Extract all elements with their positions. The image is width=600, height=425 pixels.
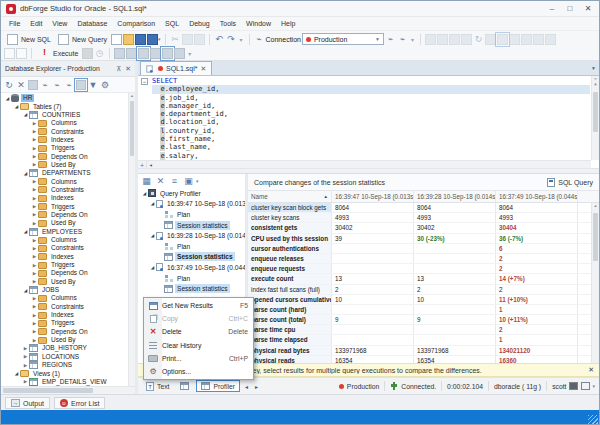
menu-item-print[interactable]: Print...Ctrl+P [144,352,253,365]
profiler-item-plan[interactable]: Plan [138,209,245,220]
menu-sql[interactable]: SQL [160,17,184,30]
tree-item-indexes[interactable]: ▶Indexes [1,136,135,144]
editor-vertical-scrollbar[interactable]: ═▲ [591,76,599,160]
new-query-button[interactable]: New Query [55,33,110,46]
footer-tab-text[interactable]: TText [142,381,173,392]
menu-help[interactable]: Help [276,17,300,30]
document-outline-icon[interactable] [485,34,496,45]
refresh-icon[interactable]: ↻ [4,80,14,90]
splitter-plus-icon[interactable]: + [138,161,147,169]
twisty-expanded-icon[interactable]: ◢ [149,233,156,238]
tree-item-countries[interactable]: ◢COUNTRIES [1,111,135,119]
menu-edit[interactable]: Edit [25,17,47,30]
tree-item-used-by[interactable]: ▶Used By [1,161,135,169]
twisty-collapsed-icon[interactable]: ▶ [22,346,29,351]
redo-icon[interactable]: ↷ [226,34,237,45]
close-button[interactable]: ✕ [582,4,594,13]
stats-row-cpu-used-by-this-session[interactable]: CPU used by this session3930 (-23%)36 (-… [248,234,599,244]
results-layout-icon[interactable] [174,48,185,59]
twisty-collapsed-icon[interactable]: ▶ [22,354,29,359]
profiler-view-dropdown-icon[interactable]: ▾ [196,178,199,184]
sql-query-button[interactable]: SQL Query [547,178,593,187]
get-new-results-icon[interactable]: ▦ [141,176,152,187]
indent-icon[interactable] [509,34,520,45]
open-script-icon[interactable] [4,48,15,59]
stats-row-index-fast-full-scans-full[interactable]: index fast full scans (full)222 [248,285,599,295]
twisty-collapsed-icon[interactable]: ▶ [31,296,38,301]
twisty-expanded-icon[interactable]: ◢ [149,265,156,270]
tree-item-columns[interactable]: ▶Columns [1,177,135,185]
tree-item-indexes[interactable]: ▶Indexes [1,194,135,202]
save-script-icon[interactable] [16,48,27,59]
tree-item-used-by[interactable]: ▶Used By [1,336,135,344]
tree-item-jobs[interactable]: ◢JOBS [1,286,135,294]
twisty-collapsed-icon[interactable]: ▶ [22,363,29,368]
twisty-collapsed-icon[interactable]: ▶ [31,338,38,343]
twisty-collapsed-icon[interactable]: ▶ [31,204,38,209]
tree-item-regions[interactable]: ▶REGIONS [1,361,135,369]
tree-item-indexes[interactable]: ▶Indexes [1,311,135,319]
status-dropdown-icon[interactable]: ▾ [592,383,595,389]
tree-item-depends-on[interactable]: ▶Depends On [1,152,135,160]
menu-file[interactable]: File [4,17,25,30]
menu-comparison[interactable]: Comparison [112,17,160,30]
execute-button[interactable]: !Execute [36,47,81,60]
view-options-icon[interactable]: ▣ [183,176,194,187]
layout-horizontal-icon[interactable] [569,382,578,390]
twisty-collapsed-icon[interactable]: ▶ [31,271,38,276]
comment-icon[interactable] [533,34,544,45]
stats-row-cluster-key-scans[interactable]: cluster key scans499349934993 [248,213,599,223]
stats-row-opened-cursors-cumulative[interactable]: opened cursors cumulative101011 (+10%) [248,295,599,305]
twisty-collapsed-icon[interactable]: ▶ [31,329,38,334]
paste-icon[interactable] [194,34,205,45]
twisty-collapsed-icon[interactable]: ▶ [31,196,38,201]
twisty-collapsed-icon[interactable]: ▶ [31,321,38,326]
column-header-run2[interactable]: 16:39:28 10-Sep-18 (0.014s) [414,191,496,202]
stats-row-parse-count-total[interactable]: parse count (total)9910 (+11%) [248,315,599,325]
tree-item-departments[interactable]: ◢DEPARTMENTS [1,169,135,177]
prev-result-icon[interactable]: ◂ [243,383,250,390]
twisty-collapsed-icon[interactable]: ▶ [31,238,38,243]
layout-vertical-icon[interactable] [581,382,590,390]
filter-icon[interactable]: ▼ [88,80,98,90]
twisty-collapsed-icon[interactable]: ▶ [22,379,29,384]
profiling-mode-icon[interactable] [138,48,149,59]
stats-row-enqueue-requests[interactable]: enqueue requests2 [248,264,599,274]
toolbar-overflow-icon[interactable]: ▾ [409,36,416,43]
copy-icon[interactable] [182,34,193,45]
twisty-collapsed-icon[interactable]: ▶ [31,212,38,217]
tab-list-dropdown-icon[interactable]: ▼ [591,65,596,71]
twisty-collapsed-icon[interactable]: ▶ [31,246,38,251]
tree-item-constraints[interactable]: ▶Constraints [1,303,135,311]
word-wrap-icon[interactable] [449,34,460,45]
twisty-collapsed-icon[interactable]: ▶ [31,221,38,226]
menu-item-get-new-results[interactable]: Get New ResultsF5 [144,299,253,312]
twisty-collapsed-icon[interactable]: ▶ [31,129,38,134]
open-folder-icon[interactable] [123,34,134,45]
twisty-expanded-icon[interactable]: ◢ [22,112,29,117]
tree-item-depends-on[interactable]: ▶Depends On [1,328,135,336]
document-tab-sql1[interactable]: SQL1.sql* ✕ [140,61,212,75]
tree-item-used-by[interactable]: ▶Used By [1,219,135,227]
tree-item-used-by[interactable]: ▶Used By [1,278,135,286]
toolbar-overflow-icon[interactable]: ▾ [238,36,245,43]
menu-item-options[interactable]: ⚙Options... [144,365,253,378]
twisty-expanded-icon[interactable]: ◢ [4,96,11,101]
profiler-item-16-39-28-10-sep-18-0-014s[interactable]: ◢16:39:28 10-Sep-18 (0.014s) [138,230,245,241]
twisty-collapsed-icon[interactable]: ▶ [31,137,38,142]
tree-item-triggers[interactable]: ▶Triggers [1,144,135,152]
dock-tab-output[interactable]: →Output [5,397,50,409]
new-sql-button[interactable]: New SQL [4,33,54,46]
disconnect-icon[interactable]: ⌁ [64,80,74,90]
tree-item-job-history[interactable]: ▶JOB_HISTORY [1,344,135,352]
results-grid-icon[interactable] [437,34,448,45]
query-profiling-mode-icon[interactable] [497,34,508,45]
twisty-collapsed-icon[interactable]: ▶ [31,313,38,318]
tree-item-emp-details-view[interactable]: ▶EMP_DETAILS_VIEW [1,378,135,386]
sql-editor[interactable]: − SELECT e.employee_id, e.job_id, e.mana… [138,76,599,169]
info-close-icon[interactable]: ✕ [588,366,594,374]
column-header-name[interactable]: Name▲ [248,191,332,202]
maximize-button[interactable]: □ [564,4,576,13]
stats-row-cluster-key-scan-block-gets[interactable]: cluster key scan block gets806480648064 [248,203,599,213]
outdent-icon[interactable] [521,34,532,45]
